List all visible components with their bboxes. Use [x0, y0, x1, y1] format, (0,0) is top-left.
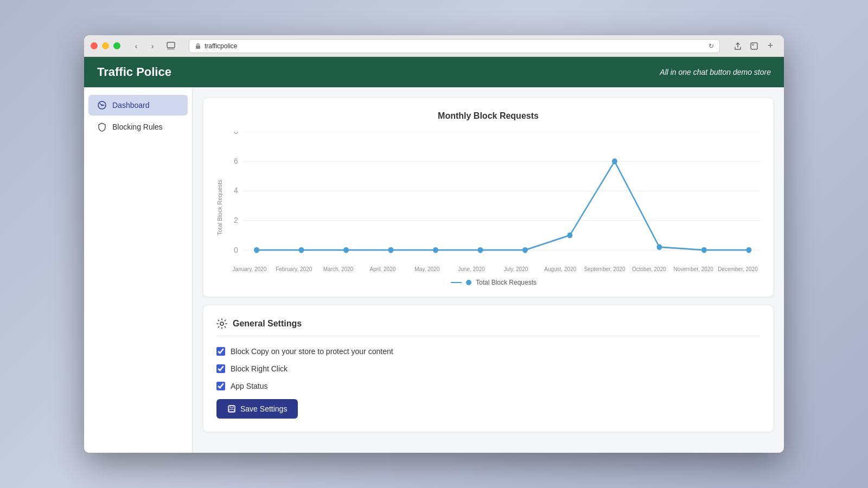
- chart-svg: 8 6 4 2 0: [227, 132, 760, 262]
- save-settings-label: Save Settings: [240, 404, 287, 413]
- browser-nav: ‹ ›: [129, 39, 159, 53]
- shield-icon: [97, 122, 107, 132]
- chart-title: Monthly Block Requests: [216, 111, 760, 121]
- data-point-oct: [656, 244, 662, 250]
- checkbox-row-block-right-click: Block Right Click: [216, 364, 760, 373]
- sidebar-item-blocking-rules[interactable]: Blocking Rules: [88, 117, 188, 137]
- maximize-button[interactable]: [113, 42, 120, 49]
- data-point-nov: [701, 247, 707, 253]
- svg-point-17: [220, 322, 224, 325]
- add-tab-button[interactable]: +: [763, 39, 777, 53]
- svg-rect-3: [751, 43, 757, 49]
- settings-title: General Settings: [233, 319, 302, 329]
- svg-text:6: 6: [234, 156, 238, 165]
- browser-actions: +: [731, 39, 777, 53]
- svg-rect-0: [167, 42, 175, 48]
- settings-card: General Settings Block Copy on your stor…: [203, 305, 773, 432]
- url-text: trafficpolice: [205, 42, 237, 50]
- data-point-sep: [612, 158, 617, 164]
- tab-view-button[interactable]: [164, 39, 178, 53]
- lock-icon: [195, 43, 201, 49]
- svg-rect-1: [167, 48, 175, 50]
- save-icon: [227, 404, 236, 413]
- main-content: Monthly Block Requests Total Block Reque…: [193, 87, 784, 453]
- dashboard-icon: [97, 100, 107, 110]
- checkbox-row-app-status: App Status: [216, 382, 760, 390]
- x-label-dec: December, 2020: [716, 266, 760, 272]
- browser-titlebar: ‹ › trafficpolice ↻: [84, 35, 784, 57]
- y-axis-label: Total Block Requests: [216, 132, 223, 284]
- app-body: Dashboard Blocking Rules Monthly Block R…: [84, 87, 784, 453]
- data-point-jul: [522, 247, 528, 253]
- x-label-may: May, 2020: [405, 266, 449, 272]
- data-point-dec: [746, 247, 751, 253]
- data-point-apr: [388, 247, 394, 253]
- svg-point-6: [101, 105, 103, 106]
- svg-rect-2: [196, 46, 200, 49]
- chart-line: [257, 162, 749, 251]
- settings-header: General Settings: [216, 318, 760, 336]
- x-label-jan: January, 2020: [227, 266, 272, 272]
- svg-text:0: 0: [234, 245, 238, 254]
- share-icon: [733, 42, 742, 50]
- svg-text:2: 2: [234, 215, 238, 224]
- svg-text:8: 8: [234, 132, 238, 136]
- share-button[interactable]: [731, 39, 745, 53]
- data-point-may: [433, 247, 438, 253]
- block-right-click-label: Block Right Click: [231, 364, 288, 373]
- legend-label: Total Block Requests: [476, 279, 537, 286]
- chart-legend: Total Block Requests: [227, 279, 760, 286]
- data-point-mar: [343, 247, 349, 253]
- address-bar[interactable]: trafficpolice ↻: [189, 39, 720, 53]
- data-point-jun: [478, 247, 483, 253]
- sidebar: Dashboard Blocking Rules: [84, 87, 193, 453]
- chart-card: Monthly Block Requests Total Block Reque…: [203, 98, 773, 297]
- browser-window: ‹ › trafficpolice ↻: [84, 35, 784, 453]
- app-title: Traffic Police: [97, 65, 171, 79]
- blocking-rules-label: Blocking Rules: [112, 123, 163, 131]
- x-label-sep: September, 2020: [583, 266, 627, 272]
- app-container: Traffic Police All in one chat button de…: [84, 57, 784, 453]
- block-copy-checkbox[interactable]: [216, 347, 225, 356]
- save-settings-button[interactable]: Save Settings: [216, 399, 298, 419]
- data-point-aug: [567, 232, 573, 238]
- downloads-button[interactable]: [747, 39, 761, 53]
- forward-button[interactable]: ›: [145, 39, 159, 53]
- close-button[interactable]: [91, 42, 98, 49]
- x-label-nov: November, 2020: [671, 266, 716, 272]
- x-label-oct: October, 2020: [627, 266, 671, 272]
- dashboard-label: Dashboard: [112, 101, 150, 110]
- chart-inner: 8 6 4 2 0: [227, 132, 760, 284]
- downloads-icon: [750, 42, 758, 50]
- legend-line: [451, 282, 462, 283]
- x-label-aug: August, 2020: [538, 266, 583, 272]
- x-label-feb: February, 2020: [272, 266, 316, 272]
- gear-icon: [216, 318, 227, 329]
- svg-rect-4: [752, 44, 754, 46]
- app-header: Traffic Police All in one chat button de…: [84, 57, 784, 87]
- back-button[interactable]: ‹: [129, 39, 143, 53]
- svg-rect-18: [228, 406, 235, 412]
- x-label-jun: June, 2020: [449, 266, 494, 272]
- checkbox-row-block-copy: Block Copy on your store to protect your…: [216, 347, 760, 356]
- minimize-button[interactable]: [102, 42, 109, 49]
- legend-dot: [466, 280, 471, 285]
- svg-text:4: 4: [234, 186, 238, 195]
- sidebar-item-dashboard[interactable]: Dashboard: [88, 95, 188, 115]
- data-point-jan: [254, 247, 259, 253]
- app-status-checkbox[interactable]: [216, 382, 225, 390]
- svg-rect-20: [229, 409, 234, 412]
- app-status-label: App Status: [231, 382, 268, 390]
- x-label-apr: April, 2020: [360, 266, 405, 272]
- chart-area: Total Block Requests: [216, 132, 760, 284]
- reload-icon[interactable]: ↻: [709, 42, 714, 50]
- data-point-feb: [299, 247, 304, 253]
- x-label-jul: July, 2020: [494, 266, 538, 272]
- x-axis-labels: January, 2020 February, 2020 March, 2020…: [227, 264, 760, 272]
- tab-view-icon: [167, 42, 175, 50]
- block-right-click-checkbox[interactable]: [216, 364, 225, 373]
- store-name: All in one chat button demo store: [660, 68, 771, 76]
- x-label-mar: March, 2020: [316, 266, 361, 272]
- block-copy-label: Block Copy on your store to protect your…: [231, 347, 393, 356]
